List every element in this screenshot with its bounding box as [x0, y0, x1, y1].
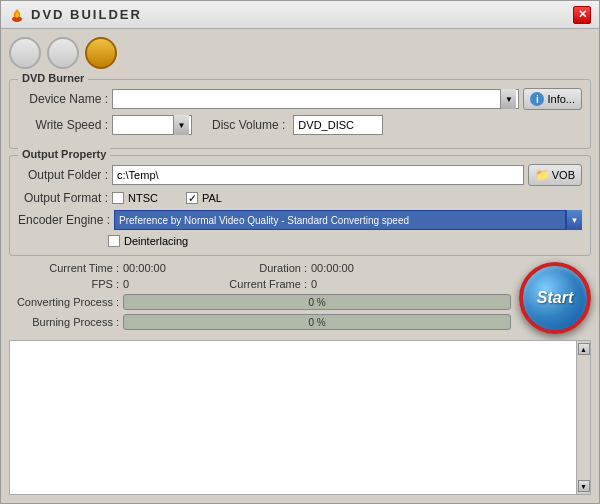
current-frame-value: 0 — [311, 278, 381, 290]
toolbar — [9, 37, 591, 69]
pal-checkbox[interactable]: ✓ — [186, 192, 198, 204]
title-bar: DVD BUILDER ✕ — [1, 1, 599, 29]
scroll-down-arrow[interactable]: ▼ — [578, 480, 590, 492]
stats-area: Current Time : 00:00:00 Duration : 00:00… — [9, 262, 591, 334]
ntsc-label: NTSC — [128, 192, 158, 204]
info-icon: i — [530, 92, 544, 106]
pal-checkbox-label[interactable]: ✓ PAL — [186, 192, 222, 204]
device-name-dropdown[interactable]: ▼ — [112, 89, 519, 109]
ntsc-checkbox-label[interactable]: NTSC — [112, 192, 158, 204]
output-format-row: Output Format : NTSC ✓ PAL — [18, 191, 582, 205]
time-row: Current Time : 00:00:00 Duration : 00:00… — [9, 262, 511, 274]
device-name-label: Device Name : — [18, 92, 108, 106]
log-area: ▲ ▼ — [9, 340, 591, 495]
main-window: DVD BUILDER ✕ DVD Burner Device Name : ▼ — [0, 0, 600, 504]
vob-btn-label: VOB — [552, 169, 575, 181]
toolbar-btn-3[interactable] — [85, 37, 117, 69]
write-speed-row: Write Speed : ▼ Disc Volume : — [18, 115, 582, 135]
encoder-row: Encoder Engine : Preference by Normal Vi… — [18, 210, 582, 230]
scrollbar[interactable]: ▲ ▼ — [576, 341, 590, 494]
output-property-group: Output Property Output Folder : 📁 VOB Ou… — [9, 155, 591, 256]
write-speed-dropdown[interactable]: ▼ — [112, 115, 192, 135]
output-property-label: Output Property — [18, 148, 110, 160]
encoder-label: Encoder Engine : — [18, 213, 110, 227]
encoder-select[interactable]: Preference by Normal Video Quality - Sta… — [114, 210, 566, 230]
deinterlace-checkbox-label[interactable]: Deinterlacing — [108, 235, 188, 247]
output-folder-input[interactable] — [112, 165, 524, 185]
fps-row: FPS : 0 Current Frame : 0 — [9, 278, 511, 290]
current-frame-label: Current Frame : — [197, 278, 307, 290]
info-btn-label: Info... — [547, 93, 575, 105]
burning-label: Burning Process : — [9, 316, 119, 328]
disc-volume-input[interactable] — [293, 115, 383, 135]
content-area: DVD Burner Device Name : ▼ i Info... Wri… — [1, 29, 599, 503]
dvd-burner-label: DVD Burner — [18, 72, 88, 84]
pal-label: PAL — [202, 192, 222, 204]
close-button[interactable]: ✕ — [573, 6, 591, 24]
deinterlace-checkbox[interactable] — [108, 235, 120, 247]
output-folder-row: Output Folder : 📁 VOB — [18, 164, 582, 186]
duration-value: 00:00:00 — [311, 262, 381, 274]
converting-label: Converting Process : — [9, 296, 119, 308]
toolbar-btn-1[interactable] — [9, 37, 41, 69]
device-name-row: Device Name : ▼ i Info... — [18, 88, 582, 110]
start-button[interactable]: Start — [519, 262, 591, 334]
encoder-value: Preference by Normal Video Quality - Sta… — [119, 215, 409, 226]
encoder-dropdown[interactable]: Preference by Normal Video Quality - Sta… — [114, 210, 582, 230]
scroll-up-arrow[interactable]: ▲ — [578, 343, 590, 355]
write-speed-arrow[interactable]: ▼ — [173, 115, 189, 135]
duration-label: Duration : — [197, 262, 307, 274]
current-time-value: 00:00:00 — [123, 262, 193, 274]
output-format-label: Output Format : — [18, 191, 108, 205]
disc-vol-row: Disc Volume : — [212, 115, 383, 135]
output-folder-label: Output Folder : — [18, 168, 108, 182]
dvd-burner-group: DVD Burner Device Name : ▼ i Info... Wri… — [9, 79, 591, 149]
write-speed-select[interactable]: ▼ — [112, 115, 192, 135]
info-button[interactable]: i Info... — [523, 88, 582, 110]
disc-volume-label: Disc Volume : — [212, 118, 285, 132]
fps-label: FPS : — [9, 278, 119, 290]
window-title: DVD BUILDER — [31, 7, 142, 22]
converting-row: Converting Process : 0 % — [9, 294, 511, 310]
vob-button[interactable]: 📁 VOB — [528, 164, 582, 186]
start-btn-label: Start — [537, 289, 573, 307]
pal-check-mark: ✓ — [188, 193, 196, 204]
toolbar-btn-2[interactable] — [47, 37, 79, 69]
burning-pct: 0 % — [124, 315, 510, 329]
device-name-select[interactable]: ▼ — [112, 89, 519, 109]
stats-and-progress: Current Time : 00:00:00 Duration : 00:00… — [9, 262, 511, 330]
fps-value: 0 — [123, 278, 193, 290]
deinterlace-row: Deinterlacing — [108, 235, 582, 247]
deinterlace-label: Deinterlacing — [124, 235, 188, 247]
current-time-label: Current Time : — [9, 262, 119, 274]
app-icon — [9, 7, 25, 23]
burning-row: Burning Process : 0 % — [9, 314, 511, 330]
folder-icon: 📁 — [535, 168, 550, 182]
device-dropdown-arrow[interactable]: ▼ — [500, 89, 516, 109]
start-btn-area: Start — [519, 262, 591, 334]
title-bar-left: DVD BUILDER — [9, 7, 142, 23]
burning-progress: 0 % — [123, 314, 511, 330]
window-controls: ✕ — [573, 6, 591, 24]
write-speed-label: Write Speed : — [18, 118, 108, 132]
converting-progress: 0 % — [123, 294, 511, 310]
ntsc-checkbox[interactable] — [112, 192, 124, 204]
converting-pct: 0 % — [124, 295, 510, 309]
encoder-arrow[interactable]: ▼ — [566, 210, 582, 230]
